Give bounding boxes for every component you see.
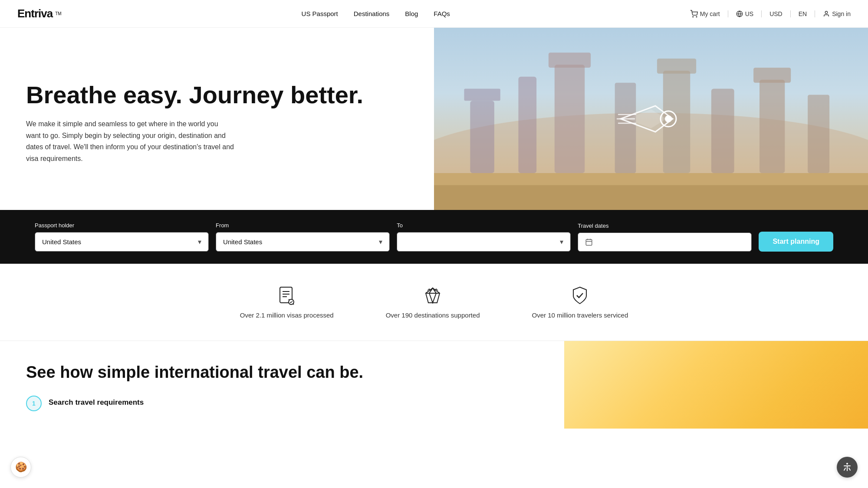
from-value: United States — [223, 238, 262, 246]
svg-rect-9 — [518, 77, 536, 173]
svg-rect-8 — [464, 89, 500, 101]
logo-text: Entriva — [17, 7, 53, 20]
to-field: To ▾ — [397, 222, 571, 252]
bottom-title: See how simple international travel can … — [26, 363, 538, 383]
cart-icon — [690, 10, 698, 18]
stat-visas-label: Over 2.1 million visas processed — [240, 311, 334, 319]
nav-divider-2 — [761, 10, 762, 17]
step-1: 1 Search travel requirements — [26, 396, 538, 411]
svg-rect-26 — [586, 239, 592, 246]
locale-selector[interactable]: US — [736, 10, 753, 17]
cart-button[interactable]: My cart — [690, 10, 720, 18]
svg-rect-11 — [549, 52, 591, 68]
from-field: From United States ▾ — [216, 222, 390, 252]
svg-rect-18 — [808, 95, 829, 173]
nav-divider-4 — [815, 10, 815, 17]
nav-right: My cart US USD EN Sign in — [690, 10, 851, 18]
svg-point-4 — [825, 11, 828, 13]
dates-field: Travel dates — [578, 223, 752, 252]
start-planning-button[interactable]: Start planning — [759, 232, 833, 252]
svg-rect-10 — [555, 65, 585, 173]
passport-field: Passport holder United States ▾ — [35, 222, 209, 252]
svg-point-22 — [665, 115, 672, 122]
svg-rect-20 — [434, 185, 868, 210]
hero-subtitle: We make it simple and seamless to get wh… — [26, 118, 234, 164]
calendar-icon — [585, 238, 593, 246]
stat-travelers: Over 10 million travelers serviced — [532, 285, 628, 319]
from-label: From — [216, 222, 390, 229]
bottom-content: See how simple international travel can … — [0, 341, 564, 429]
hero-image — [434, 28, 868, 210]
from-arrow-icon: ▾ — [379, 238, 382, 246]
hero-content: Breathe easy. Journey better. We make it… — [0, 28, 434, 210]
nav-divider-1 — [728, 10, 728, 17]
stat-destinations-label: Over 190 destinations supported — [386, 311, 480, 319]
to-select[interactable]: ▾ — [397, 232, 571, 252]
nav-us-passport[interactable]: US Passport — [302, 10, 338, 17]
svg-point-1 — [696, 16, 697, 17]
currency-label: USD — [769, 10, 783, 17]
nav-faqs[interactable]: FAQs — [434, 10, 450, 17]
passport-arrow-icon: ▾ — [198, 238, 201, 246]
nav-destinations[interactable]: Destinations — [354, 10, 390, 17]
step-1-label: Search travel requirements — [49, 396, 144, 407]
svg-rect-15 — [711, 89, 734, 173]
svg-point-0 — [693, 16, 694, 17]
locale-label: US — [745, 10, 753, 17]
shield-check-icon — [569, 285, 590, 306]
dates-input[interactable] — [578, 233, 752, 252]
logo-tm: TM — [55, 11, 61, 16]
lang-label: EN — [799, 10, 807, 17]
hero-brand-logo — [616, 102, 686, 136]
user-icon — [823, 10, 830, 17]
search-bar: Passport holder United States ▾ From Uni… — [0, 210, 868, 264]
lang-selector[interactable]: EN — [799, 10, 807, 17]
stats-section: Over 2.1 million visas processed Over 19… — [0, 264, 868, 341]
svg-rect-14 — [657, 59, 696, 74]
svg-rect-16 — [760, 80, 785, 173]
currency-selector[interactable]: USD — [769, 10, 783, 17]
step-1-number: 1 — [26, 396, 42, 411]
nav-divider-3 — [790, 10, 791, 17]
signin-label: Sign in — [832, 10, 851, 17]
signin-button[interactable]: Sign in — [823, 10, 851, 17]
from-select[interactable]: United States ▾ — [216, 232, 390, 252]
navbar: EntrivaTM US Passport Destinations Blog … — [0, 0, 868, 28]
globe-icon — [736, 10, 743, 17]
to-label: To — [397, 222, 571, 229]
passport-select[interactable]: United States ▾ — [35, 232, 209, 252]
bottom-image — [564, 341, 868, 429]
cart-label: My cart — [700, 10, 720, 17]
document-icon — [276, 285, 297, 306]
passport-value: United States — [42, 238, 81, 246]
hero-title: Breathe easy. Journey better. — [26, 82, 408, 108]
stat-travelers-label: Over 10 million travelers serviced — [532, 311, 628, 319]
stat-destinations: Over 190 destinations supported — [386, 285, 480, 319]
diamond-icon — [422, 285, 443, 306]
nav-blog[interactable]: Blog — [405, 10, 418, 17]
nav-links: US Passport Destinations Blog FAQs — [302, 10, 450, 17]
dates-label: Travel dates — [578, 223, 752, 229]
to-arrow-icon: ▾ — [560, 238, 563, 246]
hero-section: Breathe easy. Journey better. We make it… — [0, 28, 868, 210]
bottom-section: See how simple international travel can … — [0, 341, 868, 429]
stat-visas: Over 2.1 million visas processed — [240, 285, 334, 319]
svg-rect-17 — [753, 68, 791, 83]
speed-logo-svg — [616, 102, 686, 136]
passport-label: Passport holder — [35, 222, 209, 229]
svg-rect-7 — [470, 101, 494, 173]
logo[interactable]: EntrivaTM — [17, 7, 62, 20]
